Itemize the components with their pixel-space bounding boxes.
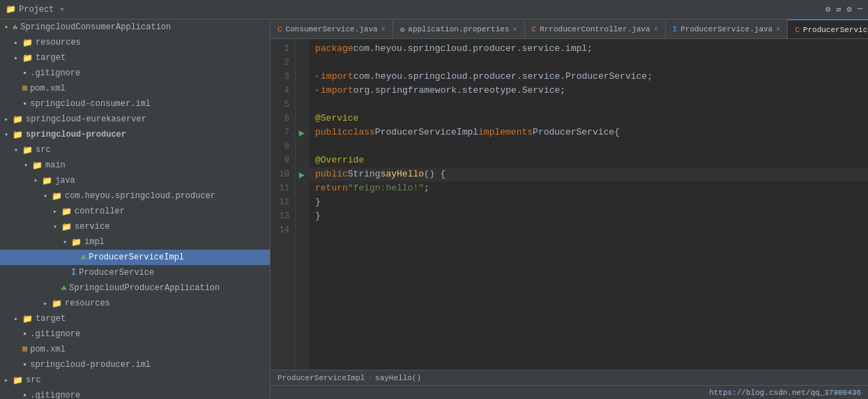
tree-label: pom.xml: [30, 345, 65, 354]
tab-close-2[interactable]: ×: [654, 26, 658, 33]
breadcrumb-sep: ›: [367, 374, 372, 382]
tree-label: springcloud-eurekaserver: [26, 114, 146, 124]
gutter-slot-6: [296, 112, 310, 126]
tree-item-19[interactable]: ▸📁target: [0, 311, 270, 326]
fold-btn-4[interactable]: ▸: [315, 84, 319, 98]
tree-item-10[interactable]: ▾📁java: [0, 173, 270, 188]
token: return: [315, 181, 348, 195]
url-text: https://blog.csdn.net/qq_37980436: [709, 389, 861, 397]
tree-label: service: [75, 222, 109, 232]
line-num-13: 13: [276, 209, 289, 223]
tree-item-4[interactable]: mpom.xml: [0, 81, 270, 96]
project-dropdown-icon[interactable]: ▾: [59, 4, 64, 15]
gutter-slot-10: ▶: [296, 167, 310, 181]
gutter-slot-4: [296, 84, 310, 98]
gutter-slot-5: [296, 98, 310, 112]
tab-4[interactable]: CProducerServiceImpl×: [788, 20, 868, 39]
breadcrumb-item-0[interactable]: ProducerServiceImpl: [277, 374, 365, 382]
tree-label: resources: [36, 38, 81, 47]
gutter-slot-7: ▶: [296, 126, 310, 140]
tree-item-17[interactable]: ☘SpringcloudProducerApplication: [0, 280, 270, 296]
minimize-icon[interactable]: —: [858, 4, 862, 15]
tree-item-15[interactable]: ☘ProducerServiceImpl: [0, 250, 270, 265]
tab-close-1[interactable]: ×: [513, 26, 517, 33]
tab-label-0: ConsumerService.java: [286, 25, 378, 33]
sync-icon[interactable]: ⚙: [825, 4, 830, 15]
project-icon: 📁: [6, 4, 16, 15]
tab-0[interactable]: CConsumerService.java×: [271, 20, 393, 39]
tree-label: springcloud-consumer.iml: [30, 99, 151, 109]
project-title: 📁 Project ▾: [6, 4, 65, 15]
tree-item-2[interactable]: ▸📁target: [0, 50, 270, 66]
project-label: Project: [19, 5, 54, 15]
token: String: [348, 167, 381, 181]
tree-item-9[interactable]: ▾📁main: [0, 158, 270, 173]
run-gutter-icon[interactable]: ▶: [299, 169, 305, 181]
code-line-14: [310, 223, 868, 237]
token: () {: [424, 167, 446, 181]
tree-item-21[interactable]: mpom.xml: [0, 342, 270, 357]
tree-item-23[interactable]: ▸📁src: [0, 372, 270, 388]
arrow-icon: ▾: [53, 223, 61, 231]
tree-item-7[interactable]: ▾📁springcloud-producer: [0, 127, 270, 142]
token: @Override: [315, 153, 364, 167]
layout-icon[interactable]: ⇄: [836, 4, 841, 15]
tree-item-11[interactable]: ▾📁com.heyou.springcloud.producer: [0, 188, 270, 204]
tab-3[interactable]: IProducerService.java×: [666, 20, 789, 39]
tree-label: springcloud-producer.iml: [30, 360, 151, 370]
tree-item-12[interactable]: ▸📁controller: [0, 204, 270, 219]
tree-label: ProducerServiceImpl: [89, 253, 184, 262]
token: org.springframework.stereotype.: [353, 84, 522, 98]
breadcrumb-bar: ProducerServiceImpl›sayHello(): [271, 370, 868, 385]
tab-2[interactable]: CRrroducerController.java×: [525, 20, 666, 39]
arrow-icon: ▾: [63, 238, 71, 246]
gutter-slot-8: [296, 140, 310, 153]
run-gutter-icon[interactable]: ▶: [299, 127, 305, 139]
gutter-slot-12: [296, 195, 310, 209]
tree-item-1[interactable]: ▸📁resources: [0, 35, 270, 50]
code-editor[interactable]: 1234567891011121314 ▶▶ package com.heyou…: [271, 39, 868, 370]
main-layout: ▾☘SpringcloudConsumerApplication▸📁resour…: [0, 20, 868, 399]
settings-icon[interactable]: ⚙: [847, 4, 852, 15]
tree-item-16[interactable]: IProducerService: [0, 265, 270, 280]
token: import: [321, 70, 353, 84]
tree-item-13[interactable]: ▾📁service: [0, 219, 270, 234]
tree-item-14[interactable]: ▾📁impl: [0, 234, 270, 250]
tree-item-20[interactable]: ▪.gitignore: [0, 326, 270, 342]
project-sidebar[interactable]: ▾☘SpringcloudConsumerApplication▸📁resour…: [0, 20, 271, 399]
tree-item-18[interactable]: ▸📁resources: [0, 296, 270, 311]
tree-item-0[interactable]: ▾☘SpringcloudConsumerApplication: [0, 20, 270, 35]
tab-label-2: RrroducerController.java: [540, 25, 650, 33]
tree-item-8[interactable]: ▾📁src: [0, 142, 270, 158]
token: }: [315, 209, 321, 223]
code-line-3: ▸import com.heyou.springcloud.producer.s…: [310, 70, 868, 84]
fold-btn-3[interactable]: ▸: [315, 70, 319, 84]
tree-item-22[interactable]: ▪springcloud-producer.iml: [0, 357, 270, 372]
tree-item-24[interactable]: ▪.gitignore: [0, 388, 270, 399]
code-line-13: }: [310, 209, 868, 223]
breadcrumb-item-1[interactable]: sayHello(): [375, 374, 421, 382]
tab-close-0[interactable]: ×: [381, 26, 386, 33]
arrow-icon: ▸: [53, 207, 61, 216]
spring-icon: ☘: [61, 283, 66, 294]
tree-label: .gitignore: [30, 329, 80, 339]
token: class: [348, 126, 375, 140]
tab-1[interactable]: ⚙application.properties×: [393, 20, 525, 39]
line-num-10: 10: [276, 167, 289, 181]
code-line-12: }: [310, 195, 868, 209]
tree-item-6[interactable]: ▸📁springcloud-eurekaserver: [0, 112, 270, 127]
tree-item-3[interactable]: ▪.gitignore: [0, 66, 270, 81]
arrow-icon: ▾: [24, 161, 32, 170]
tab-close-3[interactable]: ×: [776, 26, 780, 33]
token: implements: [478, 126, 533, 140]
tab-label-1: application.properties: [408, 25, 509, 33]
tree-item-5[interactable]: ▪springcloud-consumer.iml: [0, 96, 270, 112]
tree-label: target: [36, 53, 66, 63]
line-num-7: 7: [276, 126, 289, 140]
code-line-2: [310, 56, 868, 70]
folder-icon: 📁: [13, 114, 23, 125]
arrow-icon: ▾: [33, 176, 42, 185]
folder-icon: 📁: [52, 191, 62, 202]
token: com.heyou.springcloud.producer.service.: [353, 70, 565, 84]
tab-bar: CConsumerService.java×⚙application.prope…: [271, 20, 868, 39]
